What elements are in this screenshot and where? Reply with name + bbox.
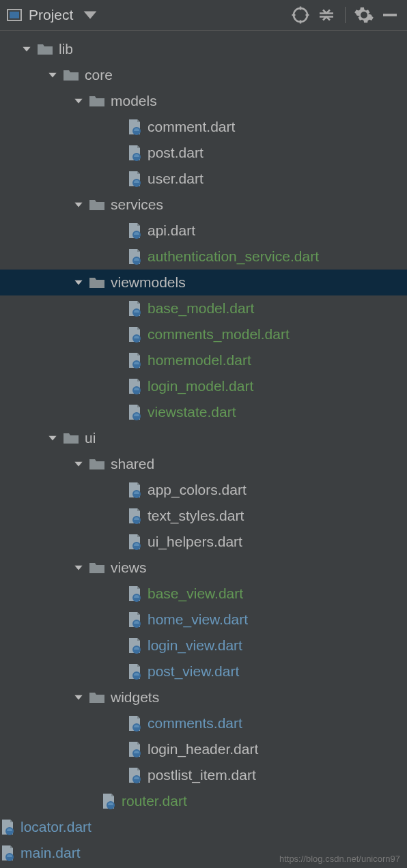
tree-item-label: comment.dart — [148, 119, 235, 135]
toolbar-title[interactable]: Project — [29, 7, 73, 23]
tree-row[interactable]: post.dart — [0, 140, 407, 166]
tree-row[interactable]: views — [0, 555, 407, 581]
tree-row[interactable]: post_view.dart — [0, 659, 407, 684]
tree-item-label: homemodel.dart — [148, 352, 251, 368]
target-icon[interactable] — [290, 5, 311, 25]
watermark: https://blog.csdn.net/unicorn97 — [279, 854, 400, 864]
dart-file-icon — [127, 767, 142, 783]
tree-item-label: base_view.dart — [148, 585, 243, 602]
tree-row[interactable]: user.dart — [0, 166, 407, 192]
tree-row[interactable]: shared — [0, 451, 407, 477]
tree-row[interactable]: router.dart — [0, 788, 407, 814]
tree-item-label: api.dart — [148, 222, 195, 239]
tree-item-label: base_model.dart — [148, 300, 254, 317]
project-tree: libcoremodelscomment.dartpost.dartuser.d… — [0, 31, 407, 866]
dart-file-icon — [127, 741, 142, 757]
dart-file-icon — [127, 352, 142, 368]
tree-item-label: comments_model.dart — [148, 326, 290, 343]
folder-icon — [63, 431, 79, 445]
dart-file-icon — [127, 300, 142, 317]
tree-row[interactable]: login_header.dart — [0, 736, 407, 762]
tree-item-label: ui — [85, 430, 96, 446]
folder-icon — [89, 691, 105, 704]
dart-file-icon — [127, 534, 142, 550]
dart-file-icon — [127, 145, 142, 161]
toolbar: Project — [0, 0, 407, 31]
tree-item-label: login_header.dart — [148, 741, 258, 757]
dart-file-icon — [0, 845, 15, 861]
gear-icon[interactable] — [354, 5, 374, 25]
chevron-down-icon[interactable] — [72, 276, 85, 289]
toolbar-separator — [345, 7, 346, 23]
tree-item-label: views — [111, 560, 147, 576]
tree-row[interactable]: comment.dart — [0, 114, 407, 140]
tree-row[interactable]: viewstate.dart — [0, 399, 407, 425]
dart-file-icon — [0, 819, 15, 835]
svg-point-0 — [294, 8, 307, 22]
tree-row[interactable]: home_view.dart — [0, 607, 407, 633]
tree-row[interactable]: login_view.dart — [0, 633, 407, 659]
chevron-down-icon[interactable] — [72, 458, 85, 470]
tree-item-label: post_view.dart — [148, 663, 239, 680]
tree-row[interactable]: base_view.dart — [0, 581, 407, 607]
collapse-all-icon[interactable] — [316, 5, 337, 25]
tree-item-label: locator.dart — [20, 819, 92, 835]
tree-row[interactable]: widgets — [0, 684, 407, 710]
chevron-down-icon[interactable] — [72, 691, 85, 704]
tree-item-label: main.dart — [20, 845, 81, 861]
chevron-down-icon[interactable] — [46, 432, 59, 444]
tree-row[interactable]: comments.dart — [0, 710, 407, 736]
tree-item-label: router.dart — [122, 793, 187, 809]
dart-file-icon — [127, 222, 142, 239]
chevron-down-icon[interactable] — [46, 69, 59, 81]
dart-file-icon — [101, 793, 116, 809]
tree-item-label: comments.dart — [148, 715, 242, 732]
tree-item-label: ui_helpers.dart — [148, 534, 242, 550]
tree-row[interactable]: comments_model.dart — [0, 321, 407, 347]
chevron-down-icon[interactable] — [72, 199, 85, 211]
tree-item-label: home_view.dart — [148, 611, 248, 628]
folder-icon — [89, 198, 105, 212]
chevron-down-icon[interactable] — [80, 5, 100, 25]
dart-file-icon — [127, 404, 142, 420]
tree-row[interactable]: text_styles.dart — [0, 503, 407, 529]
tree-row[interactable]: base_model.dart — [0, 295, 407, 321]
tree-row[interactable]: homemodel.dart — [0, 347, 407, 373]
tree-item-label: lib — [59, 41, 73, 57]
tree-item-label: post.dart — [148, 145, 204, 161]
tree-row[interactable]: viewmodels — [0, 270, 407, 295]
dart-file-icon — [127, 663, 142, 680]
folder-icon — [89, 561, 105, 575]
tree-item-label: shared — [111, 456, 154, 472]
tree-row[interactable]: models — [0, 88, 407, 114]
dart-file-icon — [127, 378, 142, 394]
dart-file-icon — [127, 326, 142, 343]
minimize-icon[interactable] — [380, 5, 400, 25]
tree-row[interactable]: lib — [0, 36, 407, 62]
chevron-down-icon[interactable] — [20, 43, 33, 55]
tree-row[interactable]: core — [0, 62, 407, 88]
tree-row[interactable]: ui — [0, 425, 407, 451]
dart-file-icon — [127, 482, 142, 498]
tree-row[interactable]: locator.dart — [0, 814, 407, 840]
tree-item-label: core — [85, 67, 113, 83]
tree-row[interactable]: app_colors.dart — [0, 477, 407, 503]
dart-file-icon — [127, 119, 142, 135]
tree-row[interactable]: authentication_service.dart — [0, 244, 407, 270]
folder-icon — [89, 276, 105, 289]
tree-item-label: viewmodels — [111, 274, 186, 291]
tree-item-label: models — [111, 93, 157, 109]
folder-icon — [63, 68, 79, 82]
tree-item-label: app_colors.dart — [148, 482, 247, 498]
tree-row[interactable]: postlist_item.dart — [0, 762, 407, 788]
tree-item-label: widgets — [111, 689, 159, 706]
tree-row[interactable]: login_model.dart — [0, 373, 407, 399]
chevron-down-icon[interactable] — [72, 562, 85, 574]
tree-row[interactable]: api.dart — [0, 218, 407, 244]
tree-item-label: postlist_item.dart — [148, 767, 256, 783]
dart-file-icon — [127, 585, 142, 602]
folder-icon — [89, 94, 105, 108]
tree-row[interactable]: ui_helpers.dart — [0, 529, 407, 555]
chevron-down-icon[interactable] — [72, 95, 85, 107]
tree-row[interactable]: services — [0, 192, 407, 218]
